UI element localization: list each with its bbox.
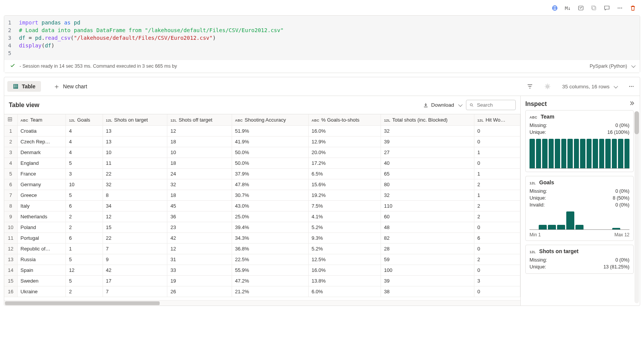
- hide-input-icon[interactable]: [576, 3, 586, 13]
- team-histogram: [530, 139, 629, 169]
- table-row[interactable]: 11Portugal6224234.3%9.3%826: [4, 233, 520, 244]
- dimensions-label[interactable]: 35 columns, 16 rows: [560, 84, 619, 89]
- filter-icon[interactable]: [525, 81, 535, 92]
- chevron-down-icon: [456, 102, 461, 108]
- column-header[interactable]: ABCShooting Accuracy: [232, 114, 308, 126]
- cell-toolbar: M↓: [4, 2, 640, 15]
- chevron-down-icon: [629, 63, 634, 69]
- inspect-card-shots-on-target[interactable]: 12L Shots on target Missing:0 (0%) Uniqu…: [525, 245, 634, 274]
- horizontal-scrollbar[interactable]: [4, 300, 520, 306]
- language-selector[interactable]: PySpark (Python): [590, 63, 634, 69]
- svg-point-5: [619, 8, 620, 8]
- inspect-card-team[interactable]: ABC Team Missing:0 (0%) Unique:16 (100%): [525, 110, 634, 172]
- svg-rect-3: [592, 6, 595, 9]
- table-pane: Table view Download: [4, 96, 520, 306]
- settings-icon[interactable]: [542, 81, 553, 92]
- svg-rect-7: [14, 85, 18, 89]
- table-row[interactable]: 14Spain12423355.9%16.0%1000: [4, 265, 520, 276]
- copy-cell-icon[interactable]: [589, 3, 599, 13]
- inspect-card-goals[interactable]: 12L Goals Missing:0 (0%) Unique:8 (50%) …: [525, 176, 634, 241]
- svg-point-6: [621, 8, 622, 8]
- row-index-header[interactable]: [4, 114, 17, 126]
- table-row[interactable]: 2Czech Rep…4131841.9%12.9%390: [4, 137, 520, 147]
- table-row[interactable]: 9Netherlands2123625.0%4.1%602: [4, 211, 520, 222]
- output-panel: Table ＋ New chart 35 columns, 16 rows: [4, 77, 640, 306]
- table-row[interactable]: 13Russia593122.5%12.5%592: [4, 254, 520, 265]
- table-row[interactable]: 15Sweden5171947.2%13.8%393: [4, 276, 520, 286]
- code-editor[interactable]: 12345 import pandas as pd # Load data in…: [4, 16, 640, 60]
- table-row[interactable]: 6Germany10323247.8%15.6%802: [4, 179, 520, 190]
- table-row[interactable]: 8Italy6344543.0%7.5%1102: [4, 201, 520, 211]
- success-icon: [10, 62, 16, 70]
- status-text: - Session ready in 14 sec 353 ms. Comman…: [20, 63, 177, 69]
- tab-table[interactable]: Table: [7, 81, 41, 92]
- table-row[interactable]: 16Ukraine272621.2%6.0%380: [4, 286, 520, 297]
- svg-point-12: [470, 104, 472, 106]
- column-header[interactable]: 12LHit Wo…: [474, 114, 520, 126]
- plus-icon: ＋: [53, 82, 60, 91]
- inspect-pane: Inspect ABC Team Missing:0 (0%) Unique:1…: [520, 96, 640, 306]
- svg-rect-2: [592, 7, 596, 10]
- comment-icon[interactable]: [602, 3, 612, 13]
- code-cell: 12345 import pandas as pd # Load data in…: [4, 15, 640, 73]
- data-table: ABCTeam12LGoals12LShots on target12LShot…: [4, 114, 520, 297]
- table-row[interactable]: 10Poland2152339.4%5.2%480: [4, 222, 520, 233]
- column-header[interactable]: ABCTeam: [17, 114, 66, 126]
- column-header[interactable]: 12LGoals: [66, 114, 103, 126]
- status-bar: - Session ready in 14 sec 353 ms. Comman…: [4, 60, 640, 73]
- inspect-title: Inspect: [525, 101, 547, 107]
- table-row[interactable]: 7Greece581830.7%19.2%321: [4, 190, 520, 201]
- tab-new-chart[interactable]: ＋ New chart: [48, 80, 93, 93]
- table-row[interactable]: 12Republic of…171236.8%5.2%280: [4, 244, 520, 254]
- data-wrangler-icon[interactable]: [550, 3, 560, 13]
- goals-histogram: [530, 211, 629, 230]
- markdown-toggle-icon[interactable]: M↓: [563, 3, 573, 13]
- table-row[interactable]: 3Denmark4101050.0%20.0%271: [4, 147, 520, 158]
- more-output-icon[interactable]: [626, 81, 637, 92]
- table-view-title: Table view: [9, 102, 39, 109]
- code-content: import pandas as pd # Load data into pan…: [19, 19, 283, 49]
- delete-cell-icon[interactable]: [628, 3, 638, 13]
- column-header[interactable]: ABC% Goals-to-shots: [308, 114, 381, 126]
- table-row[interactable]: 4England5111850.0%17.2%400: [4, 158, 520, 169]
- inspect-scrollbar[interactable]: [634, 111, 639, 303]
- column-header[interactable]: 12LShots on target: [103, 114, 167, 126]
- download-button[interactable]: Download: [423, 102, 461, 108]
- column-header[interactable]: 12LShots off target: [167, 114, 232, 126]
- svg-point-8: [547, 86, 549, 88]
- chevron-down-icon: [612, 84, 617, 89]
- column-header[interactable]: 12LTotal shots (inc. Blocked): [381, 114, 474, 126]
- table-row[interactable]: 5France3222437.9%6.5%651: [4, 169, 520, 179]
- svg-point-10: [631, 86, 632, 87]
- collapse-inspect-icon[interactable]: [628, 100, 635, 108]
- line-gutter: 12345: [8, 19, 19, 57]
- more-actions-icon[interactable]: [615, 3, 625, 13]
- table-row[interactable]: 1Croatia4131251.9%16.0%320: [4, 126, 520, 137]
- search-input[interactable]: [466, 100, 516, 110]
- svg-point-9: [629, 86, 630, 87]
- svg-point-11: [633, 86, 633, 87]
- svg-point-4: [618, 8, 618, 8]
